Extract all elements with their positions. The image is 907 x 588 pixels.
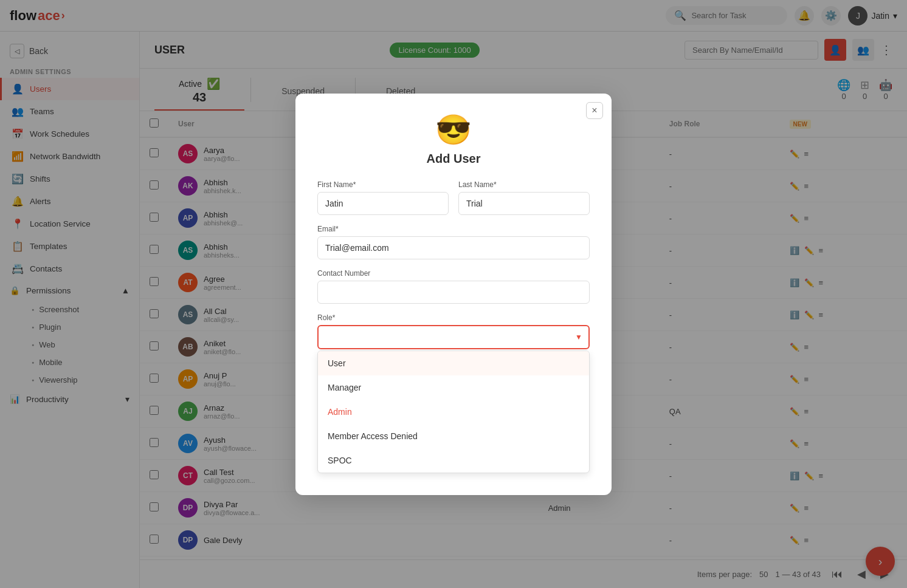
modal-emoji: 😎 bbox=[317, 113, 590, 147]
last-name-group: Last Name* bbox=[458, 180, 590, 215]
modal-overlay: × 😎 Add User First Name* Last Name* Emai… bbox=[0, 0, 907, 588]
name-row: First Name* Last Name* bbox=[317, 180, 590, 215]
contact-input[interactable] bbox=[317, 281, 590, 304]
role-group: Role* User Manager Admin Member Access D… bbox=[317, 313, 590, 473]
role-label: Role* bbox=[317, 313, 590, 322]
modal-header: 😎 Add User bbox=[317, 113, 590, 166]
modal-title: Add User bbox=[317, 152, 590, 166]
role-option-spoc-item[interactable]: SPOC bbox=[318, 448, 589, 473]
close-icon: × bbox=[591, 105, 597, 116]
email-label: Email* bbox=[317, 225, 590, 233]
role-option-admin-item[interactable]: Admin bbox=[318, 400, 589, 424]
first-name-group: First Name* bbox=[317, 180, 449, 215]
role-dropdown: User Manager Admin Member Access Denied … bbox=[317, 350, 590, 473]
role-option-manager-item[interactable]: Manager bbox=[318, 375, 589, 400]
email-input[interactable] bbox=[317, 236, 590, 259]
first-name-input[interactable] bbox=[317, 192, 449, 215]
first-name-label: First Name* bbox=[317, 180, 449, 189]
last-name-input[interactable] bbox=[458, 192, 590, 215]
role-option-member-denied-item[interactable]: Member Access Denied bbox=[318, 424, 589, 448]
add-user-modal: × 😎 Add User First Name* Last Name* Emai… bbox=[295, 94, 612, 495]
contact-group: Contact Number bbox=[317, 269, 590, 304]
email-group: Email* bbox=[317, 225, 590, 259]
role-select-wrapper: User Manager Admin Member Access Denied … bbox=[317, 325, 590, 349]
modal-close-button[interactable]: × bbox=[586, 102, 603, 119]
role-select[interactable]: User Manager Admin Member Access Denied … bbox=[317, 325, 590, 349]
role-option-user-item[interactable]: User bbox=[318, 351, 589, 375]
last-name-label: Last Name* bbox=[458, 180, 590, 189]
contact-label: Contact Number bbox=[317, 269, 590, 278]
